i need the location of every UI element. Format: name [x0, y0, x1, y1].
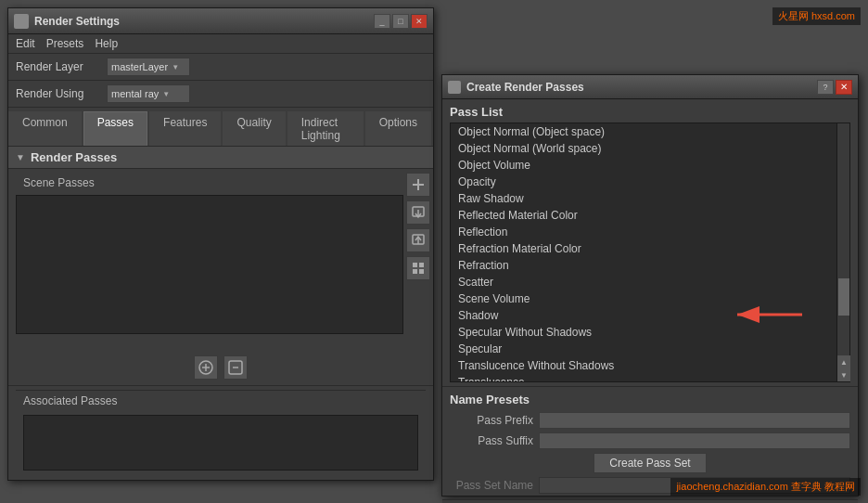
pass-list-section: Pass List Object Normal (Object space)Ob…: [442, 99, 858, 386]
scene-passes-row: Scene Passes: [8, 169, 433, 350]
settings-button[interactable]: [406, 256, 430, 280]
add-pass-button[interactable]: [406, 173, 430, 197]
pass-list-scrollbar[interactable]: ▲ ▼: [836, 123, 849, 381]
create-pass-set-row: Create Pass Set: [450, 453, 850, 473]
list-item[interactable]: Reflection: [451, 224, 836, 240]
crp-help-button[interactable]: ?: [817, 80, 834, 95]
crp-window-icon: [448, 81, 461, 94]
list-item[interactable]: Scatter: [451, 274, 836, 290]
associated-passes-section: Associated Passes: [8, 385, 433, 478]
svg-rect-6: [413, 263, 417, 267]
tab-quality[interactable]: Quality: [223, 111, 285, 146]
associated-passes-label: Associated Passes: [16, 390, 426, 411]
passes-sidebar: [403, 169, 433, 350]
render-using-row: Render Using mental ray ▼: [8, 81, 433, 108]
pass-list-items: Object Normal (Object space)Object Norma…: [451, 123, 836, 381]
list-item[interactable]: Raw Shadow: [451, 190, 836, 207]
list-item[interactable]: Refraction Material Color: [451, 240, 836, 257]
list-item[interactable]: Object Normal (Object space): [451, 123, 836, 140]
close-button[interactable]: ✕: [411, 14, 428, 29]
dropdown-arrow2-icon: ▼: [162, 90, 170, 98]
list-item[interactable]: Shadow: [451, 307, 836, 324]
pass-set-name-label: Pass Set Name: [450, 479, 533, 492]
import-button[interactable]: [406, 200, 430, 225]
pass-prefix-row: Pass Prefix: [450, 412, 850, 429]
render-layer-dropdown[interactable]: masterLayer ▼: [107, 58, 190, 76]
maximize-button[interactable]: □: [392, 14, 409, 29]
pass-suffix-row: Pass Suffix: [450, 432, 850, 449]
tab-features[interactable]: Features: [149, 111, 221, 146]
scrollbar-thumb: [838, 278, 849, 316]
tab-indirect-lighting[interactable]: Indirect Lighting: [287, 111, 364, 146]
list-item[interactable]: Object Volume: [451, 157, 836, 174]
list-item[interactable]: Translucence Without Shadows: [451, 357, 836, 374]
render-settings-title: Render Settings: [34, 15, 120, 28]
pass-prefix-label: Pass Prefix: [450, 414, 533, 427]
scene-passes-label: Scene Passes: [16, 173, 403, 193]
render-using-dropdown[interactable]: mental ray ▼: [107, 84, 190, 103]
menu-edit[interactable]: Edit: [16, 37, 35, 50]
create-pass-set-button[interactable]: Create Pass Set: [594, 453, 706, 473]
menu-bar: Edit Presets Help: [8, 34, 433, 54]
minimize-button[interactable]: _: [374, 14, 390, 29]
list-item[interactable]: Refraction: [451, 257, 836, 274]
crp-title: Create Render Passes: [466, 81, 584, 94]
title-bar-left: Render Settings: [14, 14, 120, 29]
pass-list-title: Pass List: [450, 105, 850, 119]
dropdown-arrow-icon: ▼: [172, 63, 179, 71]
scrollbar-arrows: ▲ ▼: [837, 355, 849, 381]
passes-btn-1[interactable]: [194, 355, 218, 380]
tab-common[interactable]: Common: [8, 111, 82, 146]
svg-rect-1: [417, 179, 419, 190]
list-item[interactable]: Scene Volume: [451, 290, 836, 307]
crp-title-controls: ? ✕: [817, 80, 852, 95]
list-item[interactable]: Reflected Material Color: [451, 207, 836, 224]
passes-bottom-buttons: [8, 350, 433, 385]
tab-passes[interactable]: Passes: [83, 111, 147, 146]
render-settings-title-bar: Render Settings _ □ ✕: [8, 8, 433, 34]
scene-passes-list: [16, 195, 403, 334]
passes-body: ▼ Render Passes Scene Passes: [8, 147, 433, 478]
scene-passes-area: Scene Passes: [8, 169, 403, 350]
svg-rect-7: [419, 263, 424, 267]
menu-help[interactable]: Help: [95, 37, 118, 50]
render-settings-window: Render Settings _ □ ✕ Edit Presets Help …: [7, 7, 434, 481]
crp-bottom-buttons: Create and Close Create: [442, 499, 858, 503]
name-presets-title: Name Presets: [450, 393, 850, 406]
section-collapse-icon[interactable]: ▼: [16, 152, 25, 162]
window-icon: [14, 14, 29, 29]
title-bar-controls: _ □ ✕: [374, 14, 428, 29]
crp-title-bar: Create Render Passes ? ✕: [442, 75, 858, 99]
list-item[interactable]: Opacity: [451, 174, 836, 190]
tabs-row: Common Passes Features Quality Indirect …: [8, 108, 433, 147]
create-render-passes-window: Create Render Passes ? ✕ Pass List Objec…: [441, 74, 859, 497]
passes-btn-2[interactable]: [223, 355, 248, 380]
list-item[interactable]: Object Normal (World space): [451, 140, 836, 157]
render-passes-section-header: ▼ Render Passes: [8, 147, 433, 169]
tab-options[interactable]: Options: [365, 111, 431, 146]
render-layer-label: Render Layer: [16, 60, 99, 73]
list-item[interactable]: Translucence: [451, 374, 836, 381]
pass-prefix-input[interactable]: [539, 412, 850, 429]
scrollbar-up-icon[interactable]: ▲: [837, 355, 850, 368]
watermark-bottom-right: jiaocheng.chazidian.com 查字典 教程网: [670, 478, 861, 496]
export-button[interactable]: [406, 228, 430, 252]
pass-suffix-label: Pass Suffix: [450, 434, 533, 447]
list-item[interactable]: Specular Without Shadows: [451, 324, 836, 341]
render-layer-row: Render Layer masterLayer ▼: [8, 54, 433, 81]
svg-rect-9: [419, 269, 424, 274]
crp-close-button[interactable]: ✕: [836, 80, 852, 95]
pass-list-container: Object Normal (Object space)Object Norma…: [450, 123, 850, 382]
render-using-label: Render Using: [16, 87, 99, 100]
render-passes-title: Render Passes: [31, 150, 117, 164]
watermark-top-right: 火星网 hxsd.com: [772, 7, 861, 25]
pass-suffix-input[interactable]: [539, 432, 850, 449]
associated-passes-list: [23, 415, 418, 471]
menu-presets[interactable]: Presets: [46, 37, 84, 50]
list-item[interactable]: Specular: [451, 341, 836, 357]
crp-title-left: Create Render Passes: [448, 81, 584, 94]
svg-rect-8: [413, 269, 417, 274]
scrollbar-down-icon[interactable]: ▼: [837, 368, 850, 381]
